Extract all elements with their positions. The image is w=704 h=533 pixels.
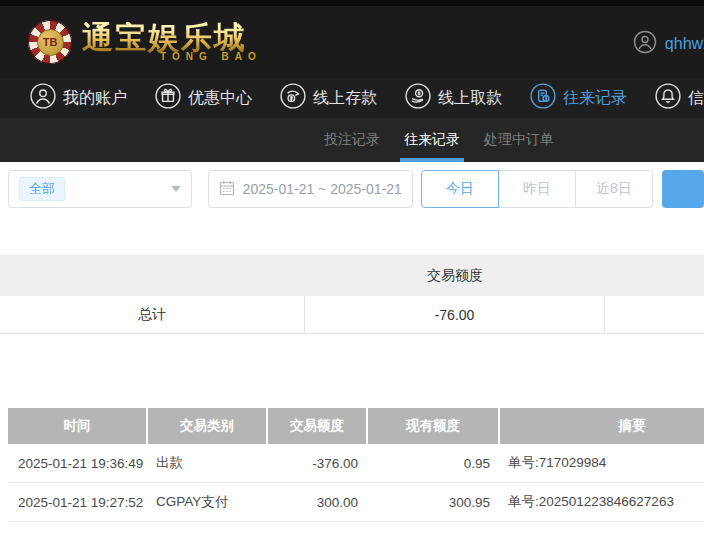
table-row: 2025-01-21 19:36:49 出款 -376.00 0.95 单号:7… bbox=[8, 444, 704, 483]
tab-label: 处理中订单 bbox=[484, 131, 554, 149]
table-row: 2025-01-21 19:27:52 CGPAY支付 300.00 300.9… bbox=[8, 483, 704, 522]
summary-empty-cell bbox=[605, 296, 704, 333]
nav-item-deposit[interactable]: 线上存款 bbox=[280, 83, 377, 113]
tab-processing-orders[interactable]: 处理中订单 bbox=[480, 118, 558, 162]
tab-betting-records[interactable]: 投注记录 bbox=[320, 118, 384, 162]
summary-header-spacer bbox=[605, 256, 704, 296]
col-header-type: 交易类别 bbox=[148, 408, 268, 444]
nav-label: 优惠中心 bbox=[188, 88, 252, 109]
bell-icon bbox=[655, 83, 681, 113]
records-icon bbox=[530, 83, 556, 113]
cell-balance: 300.95 bbox=[368, 483, 500, 521]
cell-amount: -376.00 bbox=[268, 444, 368, 482]
search-button[interactable] bbox=[662, 170, 704, 208]
date-range-value: 2025-01-21 ~ 2025-01-21 bbox=[243, 181, 402, 197]
logo[interactable]: 通宝娱乐城 TONG BAO bbox=[82, 22, 262, 62]
chevron-down-icon bbox=[171, 186, 181, 192]
summary-header-row: 交易额度 bbox=[0, 256, 704, 296]
quick-range-buttons: 今日 昨日 近8日 bbox=[421, 170, 653, 208]
summary-total-label: 总计 bbox=[0, 296, 305, 333]
cell-balance: 0.95 bbox=[368, 444, 500, 482]
nav-item-messages[interactable]: 信 bbox=[655, 83, 704, 113]
nav-item-withdraw[interactable]: 线上取款 bbox=[405, 83, 502, 113]
cell-time: 2025-01-21 19:36:49 bbox=[8, 444, 148, 482]
table-header-row: 时间 交易类别 交易额度 现有额度 摘要 bbox=[8, 408, 704, 444]
summary-header-spacer bbox=[0, 256, 305, 296]
tab-transaction-records[interactable]: 往来记录 bbox=[400, 118, 464, 162]
summary-total-row: 总计 -76.00 bbox=[0, 296, 704, 334]
nav-item-my-account[interactable]: 我的账户 bbox=[30, 83, 127, 113]
nav-label: 信 bbox=[688, 88, 704, 109]
nav-label: 我的账户 bbox=[63, 88, 127, 109]
nav-label: 线上存款 bbox=[313, 88, 377, 109]
username: qhhw2 bbox=[665, 35, 704, 53]
filter-bar: 全部 2025-01-21 ~ 2025-01-21 今日 昨日 近8日 bbox=[8, 170, 704, 208]
nav-item-transactions[interactable]: 往来记录 bbox=[530, 83, 627, 113]
last8days-button[interactable]: 近8日 bbox=[575, 170, 653, 208]
col-header-time: 时间 bbox=[8, 408, 148, 444]
cell-type: 出款 bbox=[148, 444, 268, 482]
avatar-icon bbox=[633, 30, 657, 58]
tab-label: 投注记录 bbox=[324, 131, 380, 149]
cell-amount: 300.00 bbox=[268, 483, 368, 521]
summary-table: 交易额度 总计 -76.00 bbox=[0, 255, 704, 334]
main-nav: 我的账户 优惠中心 线上存款 bbox=[0, 78, 704, 118]
user-account[interactable]: qhhw2 bbox=[633, 30, 704, 58]
cell-summary: 单号:202501223846627263 bbox=[500, 483, 704, 521]
type-select-value: 全部 bbox=[19, 177, 65, 201]
col-header-amount: 交易额度 bbox=[268, 408, 368, 444]
logo-subtitle: TONG BAO bbox=[160, 51, 262, 62]
date-range-input[interactable]: 2025-01-21 ~ 2025-01-21 bbox=[208, 170, 413, 208]
type-select[interactable]: 全部 bbox=[8, 170, 192, 208]
logo-title: 通宝娱乐城 bbox=[82, 22, 262, 53]
nav-label: 往来记录 bbox=[563, 88, 627, 109]
cell-summary: 单号:717029984 bbox=[500, 444, 704, 482]
withdraw-icon bbox=[405, 83, 431, 113]
today-button[interactable]: 今日 bbox=[421, 170, 499, 208]
calendar-icon bbox=[219, 180, 235, 199]
cell-type: CGPAY支付 bbox=[148, 483, 268, 521]
tab-label: 往来记录 bbox=[404, 131, 460, 149]
nav-item-promotions[interactable]: 优惠中心 bbox=[155, 83, 252, 113]
site-header: TB 通宝娱乐城 TONG BAO qhhw2 bbox=[0, 6, 704, 78]
user-icon bbox=[30, 83, 56, 113]
transactions-table: 时间 交易类别 交易额度 现有额度 摘要 2025-01-21 19:36:49… bbox=[8, 408, 704, 522]
col-header-balance: 现有额度 bbox=[368, 408, 500, 444]
summary-total-value: -76.00 bbox=[305, 296, 605, 333]
summary-header-amount: 交易额度 bbox=[305, 256, 605, 296]
nav-label: 线上取款 bbox=[438, 88, 502, 109]
yesterday-button[interactable]: 昨日 bbox=[498, 170, 576, 208]
cell-time: 2025-01-21 19:27:52 bbox=[8, 483, 148, 521]
deposit-icon bbox=[280, 83, 306, 113]
subnav-tabs: 投注记录 往来记录 处理中订单 bbox=[0, 118, 704, 162]
col-header-summary: 摘要 bbox=[500, 408, 704, 444]
logo-chip-text: TB bbox=[37, 29, 64, 56]
gift-icon bbox=[155, 83, 181, 113]
logo-chip-icon: TB bbox=[28, 20, 72, 64]
